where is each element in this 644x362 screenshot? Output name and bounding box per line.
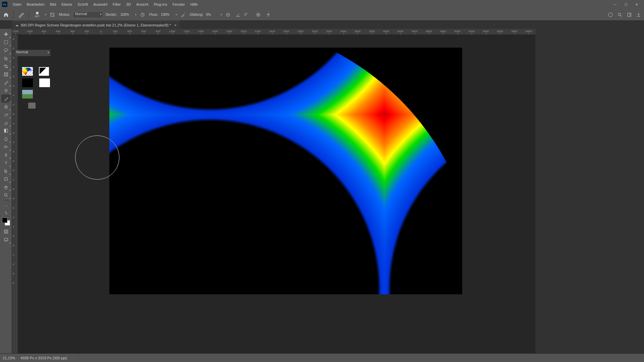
svg-point-24: [4, 193, 7, 196]
layer-thumb[interactable]: [22, 67, 33, 76]
document-tab-label: 300 DPI Regen Schnee Regenbogen erstelle…: [20, 23, 171, 27]
menu-datei[interactable]: Datei: [10, 0, 24, 9]
type-tool[interactable]: T: [1, 159, 11, 167]
menu-schrift[interactable]: Schrift: [75, 0, 91, 9]
svg-line-9: [621, 15, 622, 17]
layer-thumb[interactable]: [22, 89, 33, 99]
chevron-down-icon[interactable]: ▾: [221, 13, 222, 16]
brush-preset-picker[interactable]: 697: [32, 10, 42, 20]
menu-bild[interactable]: Bild: [47, 0, 59, 9]
brush-tool[interactable]: [1, 95, 11, 103]
airbrush-icon[interactable]: [179, 11, 187, 19]
pen-tool[interactable]: [1, 151, 11, 159]
shape-tool[interactable]: [1, 175, 11, 183]
menu-plug-ins[interactable]: Plug-ins: [151, 0, 170, 9]
brush-size-label: 697: [35, 15, 39, 18]
document-info[interactable]: 4936 Px x 3319 Px (300 ppi): [20, 356, 67, 360]
angle-icon[interactable]: [234, 11, 242, 19]
zoom-tool[interactable]: [1, 191, 11, 199]
gradient-tool[interactable]: [1, 127, 11, 135]
svg-point-20: [4, 146, 6, 148]
pressure-opacity-icon[interactable]: [139, 11, 147, 19]
svg-point-27: [5, 231, 7, 233]
menu-hilfe[interactable]: Hilfe: [187, 0, 200, 9]
crop-tool[interactable]: [1, 62, 11, 70]
hand-tool[interactable]: [1, 183, 11, 191]
quickmask-icon[interactable]: [1, 228, 11, 236]
zoom-level[interactable]: 21,15%: [3, 356, 15, 360]
eraser-tool[interactable]: [1, 119, 11, 127]
tools-panel: T ⋯: [0, 29, 12, 353]
marquee-tool[interactable]: [1, 38, 11, 46]
canvas[interactable]: [18, 35, 535, 353]
selection-tool[interactable]: [1, 54, 11, 62]
smoothing-options-icon[interactable]: [224, 11, 232, 19]
stamp-tool[interactable]: [1, 103, 11, 111]
layer-thumb[interactable]: [22, 78, 33, 87]
color-swatches[interactable]: [1, 217, 11, 226]
status-bar: 21,15% 4936 Px x 3319 Px (300 ppi) 〉: [0, 353, 644, 362]
history-brush-tool[interactable]: [1, 111, 11, 119]
workspace-icon[interactable]: [626, 11, 633, 18]
opacity-input[interactable]: [120, 13, 132, 16]
foreground-color[interactable]: [2, 218, 7, 223]
svg-point-8: [618, 13, 621, 16]
dodge-tool[interactable]: [1, 143, 11, 151]
share-icon[interactable]: [635, 11, 642, 18]
cloud-docs-icon[interactable]: [607, 11, 614, 18]
document-tabs: ☁ 300 DPI Regen Schnee Regenbogen erstel…: [0, 21, 644, 29]
chevron-right-icon[interactable]: 〉: [73, 356, 75, 360]
path-selection-tool[interactable]: [1, 167, 11, 175]
brush-panel-toggle[interactable]: [48, 11, 56, 19]
svg-rect-23: [5, 178, 7, 180]
ruler-vertical[interactable]: 400200400600800100012001400: [12, 35, 18, 353]
screenmode-icon[interactable]: [1, 236, 11, 244]
artboard: [109, 48, 462, 294]
smoothing-label: Glättung:: [190, 13, 204, 16]
brush-tool-icon[interactable]: [17, 11, 25, 19]
swap-colors-icon[interactable]: [1, 210, 11, 216]
minimize-button[interactable]: ─: [610, 1, 621, 8]
search-icon[interactable]: [616, 11, 623, 18]
menu-ansicht[interactable]: Ansicht: [133, 0, 151, 9]
svg-point-6: [258, 14, 259, 15]
menu-fenster[interactable]: Fenster: [170, 0, 187, 9]
app-logo[interactable]: Ps: [2, 2, 7, 7]
chevron-down-icon[interactable]: ▾: [45, 13, 46, 16]
chevron-down-icon[interactable]: ▾: [135, 13, 137, 16]
menu-bearbeiten[interactable]: Bearbeiten: [24, 0, 47, 9]
symmetry-icon[interactable]: [264, 11, 272, 19]
smoothing-input[interactable]: [206, 13, 218, 16]
folder-icon[interactable]: [28, 102, 36, 109]
pressure-size-icon[interactable]: [254, 11, 262, 19]
menu-auswahl[interactable]: Auswahl: [91, 0, 110, 9]
document-tab[interactable]: ☁ 300 DPI Regen Schnee Regenbogen erstel…: [12, 21, 180, 29]
svg-rect-19: [4, 129, 6, 132]
menu-ebene[interactable]: Ebene: [59, 0, 75, 9]
svg-text:T: T: [5, 161, 7, 165]
angle-input[interactable]: [244, 13, 252, 16]
maximize-button[interactable]: ☐: [621, 1, 631, 8]
flow-input[interactable]: [161, 13, 173, 16]
home-icon[interactable]: [2, 11, 10, 19]
move-tool[interactable]: [1, 30, 11, 38]
edit-toolbar[interactable]: ⋯: [1, 202, 11, 210]
chevron-down-icon[interactable]: ▾: [176, 13, 177, 16]
layer-mask-thumb[interactable]: [39, 67, 49, 76]
lasso-tool[interactable]: [1, 46, 11, 54]
menu-filter[interactable]: Filter: [110, 0, 123, 9]
svg-line-25: [7, 196, 8, 197]
blur-tool[interactable]: [1, 135, 11, 143]
blend-mode-select[interactable]: Normal: [73, 11, 103, 18]
svg-rect-17: [4, 89, 7, 92]
close-tab-icon[interactable]: ×: [174, 23, 176, 27]
healing-tool[interactable]: [1, 86, 11, 95]
eyedropper-tool[interactable]: [1, 78, 11, 86]
frame-tool[interactable]: [1, 70, 11, 78]
layer-blend-mode[interactable]: Normal: [14, 50, 51, 56]
close-button[interactable]: ✕: [631, 1, 642, 8]
svg-point-7: [608, 13, 612, 17]
menu-3d[interactable]: 3D: [123, 0, 133, 9]
ruler-horizontal[interactable]: 1200100080060040020002004006008001000120…: [12, 29, 535, 35]
layer-mask-thumb[interactable]: [39, 78, 50, 87]
